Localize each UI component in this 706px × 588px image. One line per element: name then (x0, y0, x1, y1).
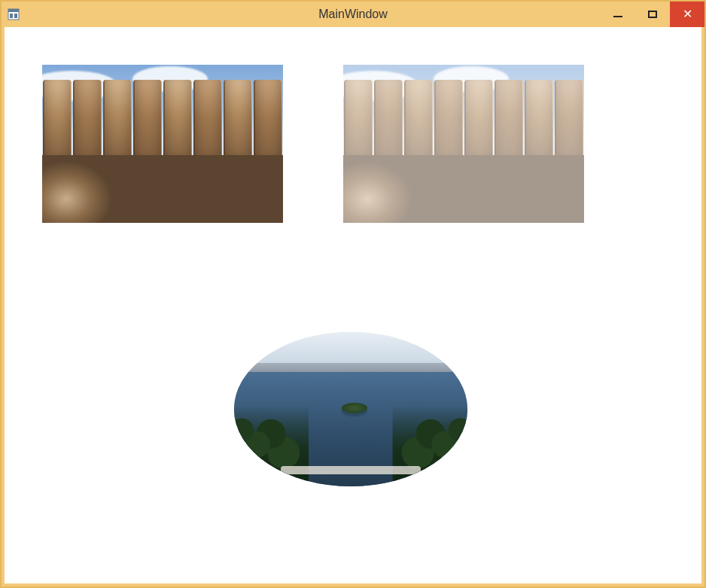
minimize-button[interactable] (601, 2, 635, 27)
app-icon (8, 8, 20, 20)
close-button[interactable]: ✕ (670, 2, 704, 27)
close-icon: ✕ (683, 8, 692, 20)
app-window: MainWindow ✕ (0, 0, 706, 588)
maximize-button[interactable] (635, 2, 670, 27)
window-controls: ✕ (601, 2, 704, 27)
cliffs-scene (42, 65, 283, 223)
image-left (42, 65, 283, 223)
window-title: MainWindow (2, 8, 704, 21)
maximize-icon (648, 11, 657, 18)
titlebar[interactable]: MainWindow ✕ (2, 2, 704, 27)
svg-rect-3 (14, 14, 17, 18)
cliffs-scene-faded (343, 65, 584, 223)
client-area (5, 27, 701, 583)
image-right-faded (343, 65, 584, 223)
svg-rect-1 (8, 9, 19, 12)
lake-scene (234, 332, 467, 486)
svg-rect-2 (10, 14, 13, 18)
image-ellipse (234, 332, 467, 486)
minimize-icon (613, 16, 622, 17)
client-frame (2, 27, 704, 586)
